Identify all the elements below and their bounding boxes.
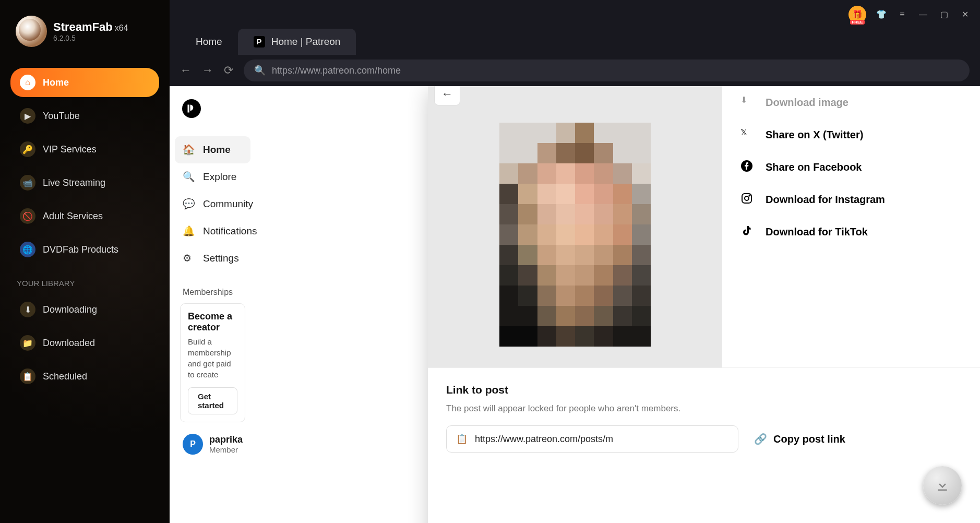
- get-started-button[interactable]: Get started: [188, 387, 237, 414]
- svg-point-2: [745, 196, 749, 200]
- copy-label: Copy post link: [773, 433, 845, 445]
- pat-nav-community[interactable]: 💬Community: [175, 191, 250, 218]
- share-x-option[interactable]: 𝕏Share on X (Twitter): [740, 118, 980, 151]
- patreon-sidebar: 🏠Home 🔍Explore 💬Community 🔔Notifications…: [170, 86, 256, 523]
- creator-desc: Build a membership and get paid to creat…: [188, 336, 237, 380]
- link-url-text: https://www.patreon.com/posts/m: [475, 434, 613, 445]
- browser-bar: ← → ⟳ 🔍https://www.patreon.com/home: [170, 55, 980, 86]
- modal-back-button[interactable]: ←: [434, 86, 460, 105]
- maximize-icon[interactable]: ▢: [938, 9, 950, 20]
- share-label: Download for TikTok: [766, 226, 868, 238]
- download-icon: ⬇: [740, 95, 755, 110]
- svg-point-3: [749, 195, 750, 196]
- link-title: Link to post: [446, 384, 980, 396]
- home-icon: ⌂: [20, 75, 35, 90]
- download-icon: ⬇: [20, 302, 35, 317]
- globe-icon: 🌐: [20, 242, 35, 257]
- free-badge-icon[interactable]: 🎁: [848, 6, 866, 23]
- pat-nav-label: Notifications: [203, 225, 257, 237]
- share-label: Share on Facebook: [766, 161, 862, 173]
- creator-title: Become a creator: [188, 311, 237, 333]
- bell-icon: 🔔: [183, 225, 195, 237]
- app-version: 6.2.0.5: [53, 34, 128, 42]
- share-label: Download image: [766, 97, 848, 109]
- key-icon: 🔑: [20, 141, 35, 157]
- back-button[interactable]: ←: [180, 64, 192, 77]
- link-section: Link to post The post will appear locked…: [428, 368, 980, 468]
- close-icon[interactable]: ✕: [959, 9, 971, 20]
- nav-label: DVDFab Products: [43, 244, 118, 255]
- minimize-icon[interactable]: —: [917, 9, 929, 20]
- logo-section: StreamFabx64 6.2.0.5: [10, 10, 159, 52]
- pat-nav-explore[interactable]: 🔍Explore: [175, 163, 250, 191]
- nav-downloaded[interactable]: 📁Downloaded: [10, 328, 159, 358]
- url-bar[interactable]: 🔍https://www.patreon.com/home: [244, 60, 970, 81]
- menu-icon[interactable]: ≡: [897, 9, 908, 20]
- pat-nav-notifications[interactable]: 🔔Notifications: [175, 218, 250, 245]
- nav-label: Downloading: [43, 304, 97, 315]
- tab-home[interactable]: Home: [180, 29, 238, 55]
- post-image: [499, 123, 651, 347]
- share-label: Download for Instagram: [766, 194, 885, 206]
- member-name: paprika: [209, 434, 243, 445]
- video-icon: 📹: [20, 175, 35, 191]
- home-icon: 🏠: [183, 144, 195, 156]
- pat-nav-label: Settings: [203, 253, 239, 264]
- download-instagram-option[interactable]: Download for Instagram: [740, 183, 980, 216]
- link-icon: 🔗: [754, 433, 767, 445]
- link-input[interactable]: 📋https://www.patreon.com/posts/m: [446, 425, 738, 453]
- nav-label: Adult Services: [43, 211, 103, 222]
- download-image-option[interactable]: ⬇Download image: [740, 86, 980, 118]
- blocked-icon: 🚫: [20, 208, 35, 224]
- copy-link-button[interactable]: 🔗Copy post link: [754, 433, 845, 445]
- tiktok-icon: [740, 224, 755, 239]
- pat-nav-label: Community: [203, 198, 253, 210]
- nav-label: YouTube: [43, 111, 80, 122]
- nav-dvdfab[interactable]: 🌐DVDFab Products: [10, 235, 159, 264]
- forward-button[interactable]: →: [202, 64, 213, 77]
- nav-youtube[interactable]: ▶YouTube: [10, 101, 159, 130]
- nav-vip[interactable]: 🔑VIP Services: [10, 135, 159, 164]
- download-fab[interactable]: [923, 466, 962, 505]
- tab-label: Home | Patreon: [271, 36, 341, 47]
- app-name: StreamFab: [53, 20, 113, 33]
- tab-patreon[interactable]: PHome | Patreon: [238, 29, 356, 55]
- nav-scheduled[interactable]: 📋Scheduled: [10, 362, 159, 391]
- gear-icon: ⚙: [183, 252, 195, 265]
- tshirt-icon[interactable]: 👕: [876, 9, 887, 20]
- member-sub: Member: [209, 445, 243, 454]
- modal-image-area: ←: [428, 86, 722, 367]
- pat-nav-settings[interactable]: ⚙Settings: [175, 245, 250, 272]
- main-area: 🎁 👕 ≡ — ▢ ✕ Home PHome | Patreon ← → ⟳ 🔍…: [170, 0, 980, 523]
- memberships-label: Memberships: [183, 288, 250, 297]
- copy-icon: 📋: [456, 433, 468, 445]
- schedule-icon: 📋: [20, 369, 35, 384]
- instagram-icon: [740, 192, 755, 207]
- member-avatar: P: [183, 434, 203, 455]
- member-row[interactable]: P paprika Member: [175, 434, 250, 455]
- patreon-logo[interactable]: [182, 99, 201, 118]
- nav-label: Downloaded: [43, 338, 95, 349]
- nav-home[interactable]: ⌂Home: [10, 68, 159, 97]
- share-facebook-option[interactable]: Share on Facebook: [740, 151, 980, 183]
- nav-live[interactable]: 📹Live Streaming: [10, 168, 159, 197]
- creator-box: Become a creator Build a membership and …: [180, 303, 245, 422]
- facebook-icon: [740, 160, 755, 174]
- link-desc: The post will appear locked for people w…: [446, 403, 980, 414]
- app-sidebar: StreamFabx64 6.2.0.5 ⌂Home ▶YouTube 🔑VIP…: [0, 0, 170, 523]
- search-icon: 🔍: [183, 171, 195, 183]
- app-logo: [16, 16, 47, 47]
- download-tiktok-option[interactable]: Download for TikTok: [740, 216, 980, 248]
- share-label: Share on X (Twitter): [766, 129, 863, 141]
- nav-label: VIP Services: [43, 144, 97, 155]
- folder-icon: 📁: [20, 335, 35, 351]
- nav-downloading[interactable]: ⬇Downloading: [10, 295, 159, 324]
- pat-nav-label: Home: [203, 144, 231, 156]
- pat-nav-home[interactable]: 🏠Home: [175, 136, 250, 163]
- nav-adult[interactable]: 🚫Adult Services: [10, 201, 159, 231]
- nav-label: Home: [43, 77, 69, 88]
- share-options: ⬇Download image 𝕏Share on X (Twitter) Sh…: [722, 86, 980, 367]
- library-header: YOUR LIBRARY: [17, 279, 159, 288]
- url-text: https://www.patreon.com/home: [272, 65, 401, 76]
- reload-button[interactable]: ⟳: [224, 64, 233, 77]
